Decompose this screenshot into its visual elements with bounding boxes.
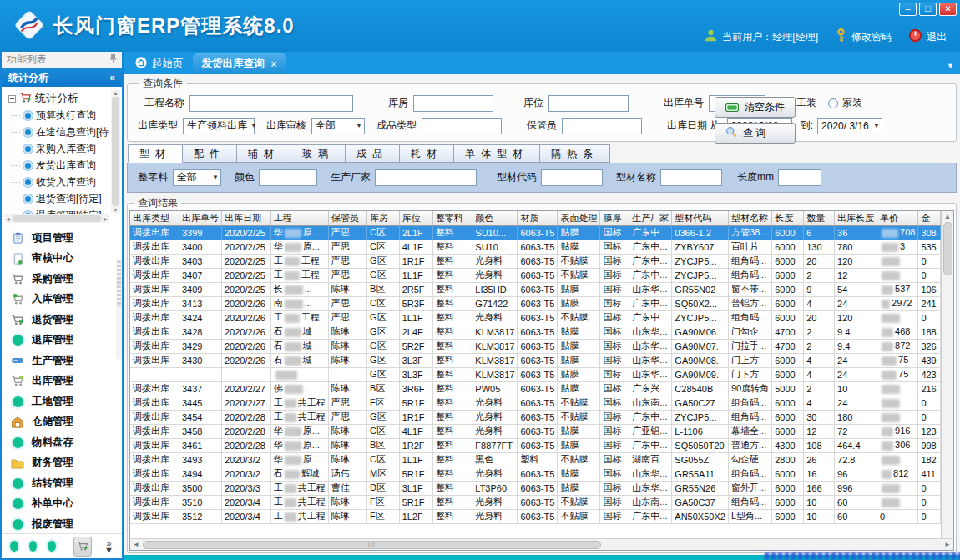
collapse-icon[interactable]: « [109, 72, 115, 83]
tabbar-dropdown-icon[interactable]: ▼ [947, 62, 954, 70]
sidebar-item-仓储管理[interactable]: 仓储管理 [2, 412, 122, 433]
sidebar-item-报废管理[interactable]: 报废管理 [2, 514, 122, 533]
audit-select[interactable]: 全部▼ [311, 118, 365, 134]
table-row[interactable]: 调拨出库34072020/2/25工工程严思G区1L1F整料光身料6063-T5… [130, 268, 941, 282]
column-header[interactable]: 型材名称 [728, 211, 771, 225]
column-header[interactable]: 长度 [772, 211, 804, 225]
tree-item[interactable]: 采购入库查询 [8, 140, 109, 157]
sidebar-item-补单中心[interactable]: 补单中心 [2, 494, 122, 515]
tree-root[interactable]: 统计分析 [8, 90, 109, 107]
sidebar-section-header[interactable]: 统计分析 « [2, 68, 122, 87]
color-input[interactable] [259, 169, 317, 186]
table-row[interactable]: 调拨出库33992020/2/25华原...严思C区2L1F整料SU10...6… [130, 225, 941, 240]
length-input[interactable] [778, 169, 821, 186]
minimize-button[interactable]: – [899, 3, 917, 16]
whole-part-select[interactable]: 全部▼ [173, 169, 221, 186]
sidebar-item-采购管理[interactable]: 采购管理 [2, 269, 122, 290]
radio-option[interactable]: 家装 [828, 96, 862, 110]
column-header[interactable]: 表面处理 [558, 211, 600, 225]
sidebar-item-生产管理[interactable]: 生产管理 [2, 351, 122, 371]
search-button[interactable]: 查 询 [715, 123, 796, 144]
profile-name-input[interactable] [660, 169, 722, 186]
tab-close-icon[interactable]: × [271, 58, 277, 70]
pin-icon[interactable] [109, 53, 117, 66]
material-tab-配件[interactable]: 配件 [183, 144, 237, 163]
date-to-picker[interactable]: 2020/ 3/16▼ [817, 118, 882, 134]
table-row[interactable]: 调拨出库34132020/2/26南...严思C区5R3F整料G71422606… [130, 296, 941, 310]
table-row[interactable]: 调拨出库35122020/3/4工共工程陈琳F区1L2F整料光身料6063-T5… [130, 509, 941, 523]
table-row[interactable]: 调拨出库34582020/2/28华原...陈琳C区4L1F整料光身料6063-… [130, 424, 941, 438]
sidebar-item-出库管理[interactable]: 出库管理 [2, 371, 122, 392]
maximize-button[interactable]: □ [919, 3, 937, 16]
clear-conditions-button[interactable]: 清空条件 [715, 97, 796, 118]
warehouse-input[interactable] [413, 95, 493, 112]
tree-expander-icon[interactable] [8, 95, 16, 103]
sidebar-item-工地管理[interactable]: 工地管理 [2, 391, 122, 412]
menu-scrollbar[interactable] [116, 259, 122, 359]
column-header[interactable]: 材质 [518, 211, 558, 225]
column-header[interactable]: 整零料 [433, 211, 472, 225]
material-tab-型材[interactable]: 型材 [128, 144, 183, 163]
sidebar-item-审核中心[interactable]: 审核中心 [2, 249, 122, 270]
profile-code-input[interactable] [541, 169, 603, 186]
product-type-input[interactable] [422, 118, 502, 134]
menu-overflow-button[interactable]: »▼ [104, 540, 114, 553]
table-row[interactable]: 调拨出库35002020/3/3工共工程曹佳D区3L1F整料LT3P606063… [130, 481, 941, 495]
column-header[interactable]: 颜色 [472, 211, 518, 225]
tab-home[interactable]: 起始页 [126, 53, 193, 74]
tree-vertical-scrollbar[interactable]: ▲▼ [111, 90, 120, 213]
table-row[interactable]: 调拨出库34242020/2/26工工程严思G区1L1F整料光身料6063-T5… [130, 310, 941, 325]
table-row[interactable]: G区3L3F整料KLM38176063-T5贴膜国标山东华...GA90M09.… [130, 367, 941, 381]
project-name-input[interactable] [189, 95, 353, 112]
table-row[interactable]: 调拨出库34002020/2/25华原...严思C区4L1F整料SU10...6… [130, 240, 941, 254]
sidebar-item-项目管理[interactable]: 项目管理 [2, 228, 122, 249]
tree-item[interactable]: 发货出库查询 [8, 157, 109, 174]
sidebar-item-退货管理[interactable]: 退货管理 [2, 310, 122, 330]
tree-item[interactable]: 退货查询[待定] [8, 190, 109, 207]
table-row[interactable]: 调拨出库34092020/2/25长...陈琳B区2R5F整料LI35HD606… [130, 282, 941, 296]
column-header[interactable]: 金 [918, 211, 941, 225]
column-header[interactable]: 单价 [877, 211, 918, 225]
column-header[interactable]: 膜厚 [600, 211, 629, 225]
table-row[interactable]: 调拨出库34932020/3/2华原...陈琳C区1L1F整料黑色塑料不贴膜国标… [130, 452, 941, 467]
tree-item[interactable]: 收货入库查询 [8, 174, 109, 190]
column-header[interactable]: 库房 [367, 211, 400, 225]
dot-icon[interactable] [10, 541, 18, 552]
column-header[interactable]: 型材代码 [672, 211, 729, 225]
logout-button[interactable]: 退出 [908, 28, 947, 45]
material-tab-耗材[interactable]: 耗材 [400, 144, 454, 163]
table-row[interactable]: 调拨出库34032020/2/25工工程严思G区1R1F整料光身料6063-T5… [130, 254, 941, 268]
results-vertical-scrollbar[interactable]: ▲ [941, 211, 953, 538]
column-header[interactable]: 出库长度 [835, 211, 877, 225]
tree-item[interactable]: 在途信息查询[待 [8, 124, 109, 140]
sidebar-item-财务管理[interactable]: 财务管理 [2, 453, 122, 474]
close-button[interactable]: × [939, 3, 957, 16]
table-row[interactable]: 调拨出库34452020/2/27工共工程严思F区5R1F整料光身料6063-T… [130, 396, 941, 410]
location-input[interactable] [548, 95, 629, 112]
column-header[interactable]: 工程 [270, 211, 328, 225]
out-type-select[interactable]: 生产领料出库▼ [183, 118, 255, 134]
table-row[interactable]: 调拨出库35102020/3/4工共工程陈琳F区5R1F整料光身料6063-T5… [130, 495, 941, 509]
sidebar-item-退库管理[interactable]: 退库管理 [2, 330, 122, 351]
column-header[interactable]: 生产厂家 [629, 211, 672, 225]
table-row[interactable]: 调拨出库34942020/3/2石辉城汤伟M区5R1F整料光身料6063-T5贴… [130, 467, 941, 481]
column-header[interactable]: 数量 [804, 211, 835, 225]
material-tab-单体型材[interactable]: 单体型材 [454, 144, 540, 163]
dot-icon[interactable] [29, 541, 38, 552]
material-tab-隔热条[interactable]: 隔热条 [540, 144, 610, 163]
table-row[interactable]: 调拨出库34542020/2/28工共工程严思G区1R1F整料光身料6063-T… [130, 410, 941, 424]
column-header[interactable]: 库位 [399, 211, 432, 225]
material-tab-玻璃[interactable]: 玻璃 [291, 144, 346, 163]
manufacturer-input[interactable] [375, 169, 477, 186]
table-row[interactable]: 调拨出库34282020/2/26石城陈琳G区2L4F整料KLM38176063… [130, 325, 941, 339]
sidebar-item-结转管理[interactable]: 结转管理 [2, 473, 122, 494]
table-row[interactable]: 调拨出库34302020/2/26石城陈琳G区3L3F整料KLM38176063… [130, 353, 941, 367]
table-row[interactable]: 调拨出库34612020/2/28华原...陈琳B区1R2F整料F8877FT6… [130, 438, 941, 452]
footer-cart-button[interactable] [73, 537, 93, 557]
column-header[interactable]: 出库日期 [221, 211, 270, 225]
tree-item[interactable]: 预算执行查询 [8, 107, 109, 124]
change-password-button[interactable]: 修改密码 [835, 28, 892, 45]
sidebar-item-物料盘存[interactable]: 物料盘存 [2, 432, 122, 453]
dot-icon[interactable] [48, 541, 56, 552]
table-row[interactable]: 调拨出库34292020/2/26石城陈琳G区5R2F整料KLM38176063… [130, 339, 941, 353]
